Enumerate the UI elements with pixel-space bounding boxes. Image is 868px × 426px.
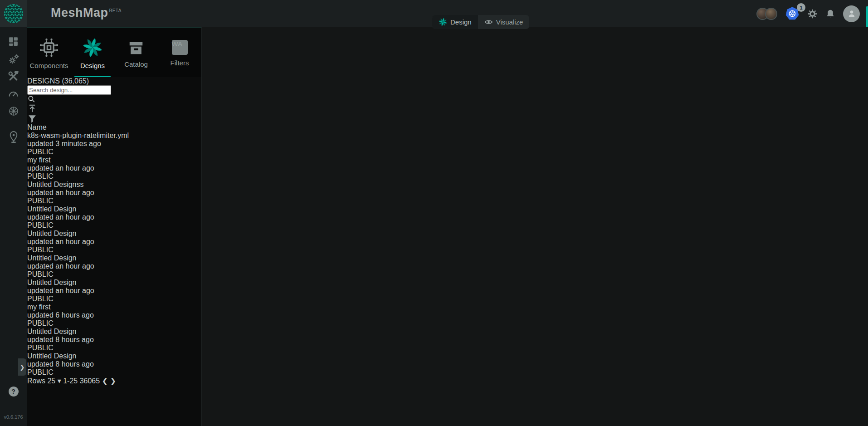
design-list-row[interactable]: Untitled Design updated an hour ago PUBL… [27, 205, 201, 230]
meshery-spiral-icon [439, 18, 447, 26]
design-list-row[interactable]: my first updated an hour ago PUBLIC [27, 156, 201, 181]
pagination: Rows 25 ▾ 1-25 36065 ❮ ❯ [27, 377, 201, 385]
design-visibility-badge: PUBLIC [27, 368, 201, 377]
context-count-badge: 1 [797, 3, 805, 12]
tab-filters-label: Filters [171, 59, 189, 67]
drawer-edge-handle[interactable] [866, 6, 868, 27]
design-name: Untitled Design [27, 230, 201, 238]
mesh-extensions-icon[interactable] [8, 105, 20, 117]
catalog-archive-icon [127, 39, 145, 56]
layer5-logo[interactable] [0, 0, 27, 27]
design-name: Untitled Design [27, 352, 201, 360]
configuration-tools-icon[interactable] [8, 71, 19, 82]
tab-design[interactable]: Design [432, 15, 478, 29]
notifications-button[interactable] [825, 9, 835, 19]
user-menu-button[interactable] [843, 5, 860, 22]
tab-visualize[interactable]: Visualize [478, 15, 530, 29]
tab-components-label: Components [29, 62, 68, 69]
design-visibility-badge: PUBLIC [27, 172, 201, 181]
design-visibility-badge: PUBLIC [27, 295, 201, 303]
page-range: 1-25 36065 [63, 377, 100, 385]
components-icon [39, 38, 59, 58]
performance-gauge-icon[interactable] [8, 88, 19, 99]
design-list-row[interactable]: k8s-wasm-plugin-ratelimiter.yml updated … [27, 132, 201, 156]
upload-design-button[interactable] [27, 103, 201, 113]
kubernetes-context-button[interactable]: 1 [785, 6, 800, 21]
design-visibility-badge: PUBLIC [27, 148, 201, 156]
name-column-header: Name [27, 123, 201, 132]
design-name: k8s-wasm-plugin-ratelimiter.yml [27, 132, 201, 140]
design-name: Untitled Design [27, 254, 201, 262]
version-label: v0.6.176 [4, 414, 23, 420]
collaborator-avatar[interactable] [765, 8, 777, 20]
wasm-icon: WA [172, 40, 188, 55]
design-updated: updated an hour ago [27, 262, 201, 270]
search-row [27, 85, 201, 123]
mode-switcher: Design Visualize [432, 15, 529, 29]
tab-components[interactable]: Components [27, 28, 71, 77]
meshmap-app: MeshMapBETA Design Visualize [0, 0, 868, 426]
tab-designs-label: Designs [80, 62, 105, 69]
design-list-row[interactable]: my first updated 6 hours ago PUBLIC [27, 303, 201, 328]
design-updated: updated an hour ago [27, 238, 201, 246]
panel-expander[interactable]: ❯ [18, 358, 26, 376]
design-updated: updated 6 hours ago [27, 311, 201, 319]
rows-per-page-select[interactable]: 25 ▾ [47, 377, 63, 385]
design-name: Untitled Design [27, 328, 201, 336]
help-button[interactable]: ? [9, 387, 19, 397]
design-name: my first [27, 156, 201, 164]
tab-designs[interactable]: Designs [71, 28, 114, 77]
search-icon [27, 95, 201, 103]
design-visibility-badge: PUBLIC [27, 197, 201, 205]
design-updated: updated 8 hours ago [27, 360, 201, 368]
lifecycle-gears-icon[interactable] [8, 53, 20, 65]
design-updated: updated 3 minutes ago [27, 140, 201, 148]
design-list-row[interactable]: Untitled Design updated 8 hours ago PUBL… [27, 328, 201, 352]
caret-down-icon: ▾ [58, 377, 61, 385]
tab-catalog[interactable]: Catalog [114, 28, 158, 77]
design-visibility-badge: PUBLIC [27, 319, 201, 328]
rail-divider [0, 125, 27, 125]
design-updated: updated an hour ago [27, 287, 201, 295]
search-box [27, 85, 201, 103]
design-list-row[interactable]: Untitled Design updated an hour ago PUBL… [27, 254, 201, 279]
gear-icon [807, 9, 818, 19]
design-updated: updated an hour ago [27, 164, 201, 172]
design-updated: updated an hour ago [27, 189, 201, 197]
app-title: MeshMapBETA [51, 6, 122, 20]
rows-per-page-value: 25 [47, 377, 55, 385]
tab-filters[interactable]: WA Filters [158, 28, 201, 77]
tab-visualize-label: Visualize [496, 18, 523, 26]
funnel-icon [27, 113, 37, 123]
search-input[interactable] [27, 85, 111, 95]
design-list-row[interactable]: Untitled Design updated an hour ago PUBL… [27, 279, 201, 303]
top-header: MeshMapBETA Design Visualize [0, 0, 868, 27]
designs-count-header: DESIGNS (36,065) [27, 77, 201, 85]
prev-page-button[interactable]: ❮ [102, 377, 108, 385]
upload-icon [27, 103, 37, 113]
design-list-row[interactable]: Untitled Design updated 8 hours ago PUBL… [27, 352, 201, 377]
design-visibility-badge: PUBLIC [27, 221, 201, 230]
sidebar-tabs: Components Designs Catalog WA Filters [27, 27, 201, 77]
tab-design-label: Design [450, 18, 472, 26]
meshmap-pin-icon[interactable] [8, 131, 20, 143]
settings-button[interactable] [807, 9, 818, 19]
design-list-row[interactable]: Untitled Design updated an hour ago PUBL… [27, 230, 201, 254]
design-name: Untitled Design [27, 279, 201, 287]
beta-tag: BETA [109, 8, 122, 13]
eye-icon [484, 18, 493, 26]
design-list: k8s-wasm-plugin-ratelimiter.yml updated … [27, 132, 201, 377]
design-visibility-badge: PUBLIC [27, 246, 201, 254]
dashboard-icon[interactable] [8, 36, 19, 47]
design-name: my first [27, 303, 201, 311]
filter-designs-button[interactable] [27, 113, 201, 123]
collaborator-avatars[interactable] [756, 8, 777, 20]
rows-label: Rows [27, 377, 45, 385]
design-visibility-badge: PUBLIC [27, 270, 201, 279]
designs-sidebar: Components Designs Catalog WA Filters DE… [27, 27, 202, 426]
design-list-row[interactable]: Untitled Designss updated an hour ago PU… [27, 181, 201, 205]
design-name: Untitled Designss [27, 181, 201, 189]
next-page-button[interactable]: ❯ [110, 377, 116, 385]
design-updated: updated 8 hours ago [27, 336, 201, 344]
header-actions: 1 [756, 0, 860, 27]
